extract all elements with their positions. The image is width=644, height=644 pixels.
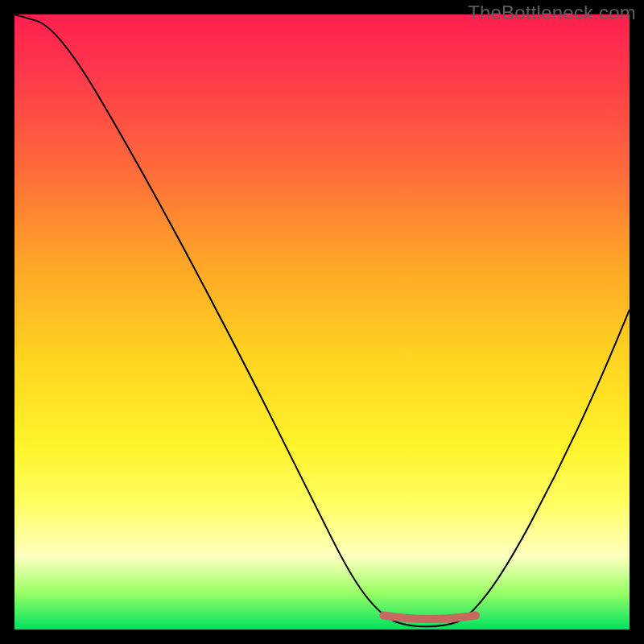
plot-area [14,14,630,630]
curve-layer [14,14,630,630]
optimal-range-marker [383,616,476,620]
chart-stage: TheBottleneck.com [0,0,644,644]
bottleneck-curve [14,14,630,626]
watermark-text: TheBottleneck.com [468,2,636,24]
